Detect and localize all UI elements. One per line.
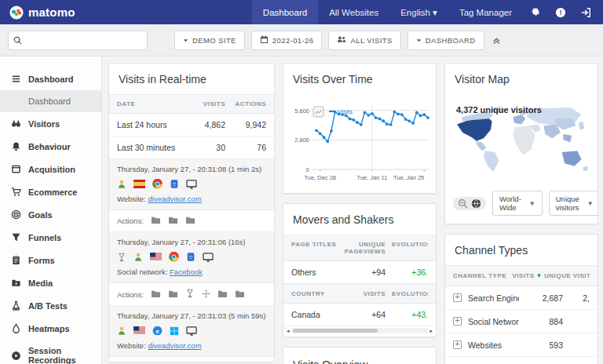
goal-icon[interactable] (185, 289, 195, 300)
referrer-link[interactable]: diveadvisor.com (148, 195, 201, 203)
map-controls: World-Wide▼ Unique visitors▼ (445, 185, 598, 224)
realtime-table-header: DATE VISITS ACTIONS (109, 94, 274, 114)
all-visits-button[interactable]: ALL VISITS (328, 31, 400, 50)
sidebar-item-label: Visitors (28, 119, 60, 129)
col-visits: VISITS (185, 100, 225, 107)
col-unique-visitors[interactable]: UNIQUE VISIT (544, 272, 590, 279)
matomo-app: matomo DashboardAll WebsitesEnglish ▾Tag… (0, 0, 603, 364)
channel-row-direct-entry[interactable]: Direct Entry577 (445, 357, 598, 364)
sidebar-item-funnels[interactable]: Funnels (0, 226, 101, 249)
sidebar-item-visitors[interactable]: Visitors (0, 112, 101, 135)
2022-01-26-button[interactable]: 2022-01-26 (251, 31, 323, 50)
dashboard-button[interactable]: DASHBOARD (407, 31, 484, 50)
channel-visits: 2,687 (519, 293, 563, 303)
channel-row-search-engines[interactable]: Search Engines2,6872, (445, 286, 598, 310)
region-select[interactable]: World-Wide▼ (492, 191, 543, 216)
sidebar-item-behaviour[interactable]: Behaviour (0, 135, 101, 158)
chrome-icon (152, 179, 163, 189)
folder-icon[interactable] (168, 216, 178, 226)
folder-icon[interactable] (151, 216, 161, 226)
nav-item-dashboard[interactable]: Dashboard (252, 0, 318, 24)
folder-icon[interactable] (151, 289, 161, 300)
expand-icon[interactable] (453, 340, 462, 349)
metric-select[interactable]: Unique visitors▼ (549, 191, 598, 216)
nav-item-english-[interactable]: English ▾ (389, 0, 448, 24)
plus-icon[interactable] (202, 289, 210, 300)
nav-item-all-websites[interactable]: All Websites (318, 0, 389, 24)
person-icon (117, 326, 126, 336)
sidebar-item-a-b-tests[interactable]: A/B Tests (0, 294, 101, 317)
sidebar-item-dashboard[interactable]: Dashboard (0, 90, 101, 112)
widget-visits-realtime: Visits in Real-time DATE VISITS ACTIONS … (108, 63, 275, 362)
calendar-icon (260, 35, 269, 46)
sidebar-item-ecommerce[interactable]: Ecommerce (0, 180, 101, 203)
expand-icon[interactable] (453, 317, 462, 326)
movers-row[interactable]: Canada+64+43. (283, 304, 436, 326)
help-icon[interactable]: ! (548, 7, 573, 18)
monitor-icon (203, 253, 214, 262)
sidebar-item-acquisition[interactable]: Acquisition (0, 158, 101, 180)
folder-icon[interactable] (235, 289, 245, 300)
sidebar-item-label: Behaviour (28, 142, 71, 151)
widget-visitor-map: Visitor Map 4,372 unique visitors (444, 63, 598, 224)
sidebar-item-label: A/B Tests (28, 301, 68, 311)
signout-icon[interactable] (573, 7, 598, 18)
sidebar: DashboardDashboardVisitorsBehaviourAcqui… (0, 56, 102, 364)
world-map[interactable]: 4,372 unique visitors (445, 94, 598, 185)
sidebar-item-goals[interactable]: Goals (0, 203, 101, 226)
top-navbar: matomo DashboardAll WebsitesEnglish ▾Tag… (0, 0, 603, 24)
button-label: ALL VISITS (350, 36, 392, 45)
expand-icon[interactable] (453, 293, 462, 302)
svg-text:Tue, Dec 28: Tue, Dec 28 (304, 174, 336, 181)
sidebar-item-session-recordings[interactable]: Session Recordings (0, 340, 101, 364)
visitor-log-entry: Thursday, January 27, - 20:31:03 (5 min … (109, 306, 274, 357)
demo-site-button[interactable]: DEMO SITE (174, 31, 245, 50)
sidebar-item-heatmaps[interactable]: Heatmaps (0, 317, 101, 340)
row-label: Last 24 hours (117, 120, 185, 129)
region-select-value: World-Wide (499, 195, 521, 212)
actions-row: Actions: (109, 357, 274, 362)
widget-title: Visits Over Time (283, 64, 436, 94)
horizontal-scrollbar[interactable]: ◂ ▸ (283, 326, 436, 337)
nav-item-tag-manager[interactable]: Tag Manager (448, 0, 523, 24)
scroll-right-icon[interactable]: ▸ (429, 328, 433, 333)
chevron-down-icon: ▼ (529, 200, 535, 207)
sidebar-item-label: Acquisition (28, 165, 75, 174)
flag-us-icon (133, 326, 145, 335)
search-input[interactable] (26, 35, 142, 45)
folder-icon[interactable] (217, 289, 228, 300)
zoom-out-icon[interactable] (458, 198, 468, 209)
widget-title: Visits in Real-time (109, 64, 274, 94)
search-box[interactable] (8, 31, 148, 50)
matomo-logo[interactable]: matomo (0, 0, 85, 24)
folder-icon[interactable] (168, 289, 178, 300)
scroll-thumb[interactable] (293, 329, 378, 333)
clipboard-icon (11, 255, 21, 265)
visitor-log-entry: Thursday, January 27, - 20:31:06 (16s)So… (109, 232, 274, 283)
sidebar-item-dashboard[interactable]: Dashboard (0, 67, 101, 90)
search-icon (13, 36, 22, 45)
visit-datetime: Thursday, January 27, - 20:31:06 (16s) (117, 238, 266, 246)
channel-row-websites[interactable]: Websites593 (445, 333, 598, 357)
col-visits-sorted[interactable]: VISITS▼ (512, 272, 544, 279)
referrer-link[interactable]: diveadvisor.com (148, 341, 201, 350)
globe-icon[interactable] (471, 198, 481, 209)
sidebar-item-media[interactable]: Media (0, 271, 101, 294)
brand-name: matomo (28, 5, 75, 19)
svg-text:Tue, Jan 25: Tue, Jan 25 (393, 174, 424, 181)
visits-line-chart[interactable]: 02,8005,600Tue, Dec 28Tue, Jan 11Tue, Ja… (283, 94, 436, 193)
folder-icon[interactable] (185, 216, 196, 226)
binoculars-icon (11, 118, 21, 129)
col-date: DATE (117, 100, 185, 107)
channel-row-social-networks[interactable]: Social Networks884 (445, 310, 598, 333)
referrer-link[interactable]: Facebook (170, 268, 203, 276)
sidebar-item-forms[interactable]: Forms (0, 249, 101, 271)
movers-row[interactable]: Others+94+36. (283, 261, 436, 284)
settings-icon[interactable] (523, 7, 548, 18)
widget-channel-types: Channel Types CHANNEL TYPE VISITS▼ UNIQU… (444, 234, 598, 364)
scroll-left-icon[interactable]: ◂ (287, 328, 290, 333)
scroll-track[interactable] (291, 328, 429, 333)
row-actions: 76 (225, 143, 266, 152)
collapse-dashboard-icon[interactable] (492, 36, 501, 45)
col-channel-type[interactable]: CHANNEL TYPE (453, 272, 512, 279)
